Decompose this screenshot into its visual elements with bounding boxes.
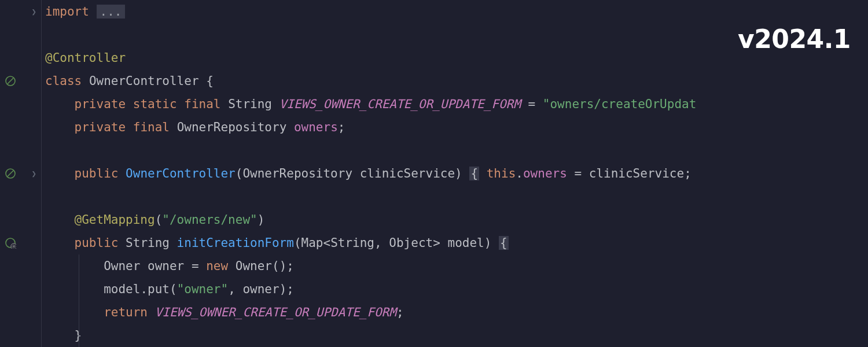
- paren-close: ): [484, 236, 492, 250]
- code-content[interactable]: import ... @Controller class OwnerContro…: [42, 0, 868, 347]
- var-model: model: [104, 282, 140, 296]
- type-ownerrepo: OwnerRepository: [177, 120, 287, 134]
- annotation-getmapping: @GetMapping: [75, 213, 155, 227]
- gutter-line: [0, 23, 41, 46]
- code-line[interactable]: public String initCreationForm(Map<Strin…: [45, 231, 868, 254]
- param-clinic: clinicService: [589, 167, 684, 180]
- code-line[interactable]: public OwnerController(OwnerRepository c…: [45, 162, 868, 185]
- code-line[interactable]: private static final String VIEWS_OWNER_…: [45, 93, 868, 116]
- type-owner: Owner: [236, 259, 272, 273]
- equals: =: [521, 97, 543, 111]
- semicolon: ;: [684, 167, 692, 180]
- code-line[interactable]: [45, 139, 868, 162]
- paren-close: ): [455, 167, 462, 180]
- code-line[interactable]: model.put("owner", owner);: [45, 278, 868, 301]
- svg-line-3: [8, 171, 13, 176]
- comma: ,: [374, 236, 389, 250]
- paren-close: ): [279, 259, 287, 273]
- green-circle-arrow-icon[interactable]: [5, 168, 16, 179]
- keyword-import: import: [45, 5, 89, 19]
- comma: ,: [228, 282, 242, 296]
- equals: =: [184, 259, 206, 273]
- gutter-line: [0, 301, 41, 324]
- code-line[interactable]: [45, 185, 868, 208]
- lt: <: [323, 236, 331, 250]
- paren-close: ): [258, 213, 265, 227]
- paren-open: (: [236, 167, 243, 180]
- gutter-line: [0, 46, 41, 69]
- keyword-private: private: [75, 120, 126, 134]
- equals: =: [567, 167, 589, 180]
- type-map: Map: [301, 236, 323, 250]
- gutter-line: [0, 185, 41, 208]
- folded-brace-open[interactable]: {: [469, 167, 479, 180]
- code-line[interactable]: }: [45, 324, 868, 347]
- method-put: put: [148, 282, 170, 296]
- dot: .: [140, 282, 148, 296]
- method-name: initCreationForm: [177, 236, 294, 250]
- code-editor[interactable]: ❯ ❯ import ... @Controller class OwnerCo…: [0, 0, 868, 347]
- code-line[interactable]: @GetMapping("/owners/new"): [45, 208, 868, 231]
- gt: >: [433, 236, 440, 250]
- gutter-line: [0, 231, 41, 254]
- class-name: OwnerController: [89, 74, 199, 88]
- string-literal: "/owners/new": [162, 213, 257, 227]
- fold-arrow-icon[interactable]: ❯: [32, 7, 36, 16]
- gutter-line: [0, 69, 41, 93]
- keyword-private: private: [75, 97, 126, 111]
- gutter-line: [0, 208, 41, 231]
- keyword-class: class: [45, 74, 82, 88]
- semicolon: ;: [286, 259, 294, 273]
- keyword-public: public: [75, 167, 119, 180]
- code-line[interactable]: private final OwnerRepository owners;: [45, 116, 868, 139]
- code-line[interactable]: @Controller: [45, 46, 868, 69]
- paren-open: (: [294, 236, 301, 250]
- editor-gutter: ❯ ❯: [0, 0, 42, 347]
- code-line[interactable]: Owner owner = new Owner();: [45, 254, 868, 278]
- type-string: String: [126, 236, 170, 250]
- type-object: Object: [389, 236, 433, 250]
- green-circle-icon[interactable]: [5, 75, 16, 87]
- keyword-this: this: [487, 167, 516, 180]
- constant-name: VIEWS_OWNER_CREATE_OR_UPDATE_FORM: [279, 97, 521, 111]
- var-owner: owner: [242, 282, 279, 296]
- string-literal: "owner": [177, 282, 229, 296]
- keyword-static: static: [133, 97, 177, 111]
- keyword-new: new: [206, 259, 228, 273]
- field-owners: owners: [523, 167, 567, 180]
- type-ownerrepo: OwnerRepository: [242, 167, 352, 180]
- keyword-return: return: [104, 305, 148, 319]
- constructor-name: OwnerController: [126, 167, 236, 180]
- var-owner: owner: [148, 259, 184, 273]
- semicolon: ;: [338, 120, 345, 134]
- gutter-line: [0, 254, 41, 278]
- dot: .: [516, 167, 523, 180]
- paren-close: ): [279, 282, 287, 296]
- code-line[interactable]: import ...: [45, 0, 868, 23]
- param-clinic: clinicService: [360, 167, 455, 180]
- folded-region[interactable]: ...: [97, 5, 126, 19]
- gutter-line: [0, 93, 41, 116]
- fold-arrow-icon[interactable]: ❯: [32, 169, 36, 178]
- semicolon: ;: [396, 305, 404, 319]
- field-owners: owners: [294, 120, 338, 134]
- keyword-final: final: [133, 120, 170, 134]
- code-line[interactable]: class OwnerController {: [45, 69, 868, 93]
- gutter-line: ❯: [0, 162, 41, 185]
- code-line[interactable]: return VIEWS_OWNER_CREATE_OR_UPDATE_FORM…: [45, 301, 868, 324]
- type-owner: Owner: [104, 259, 140, 273]
- paren-open: (: [155, 213, 163, 227]
- annotation-controller: @Controller: [45, 51, 126, 65]
- type-string: String: [228, 97, 272, 111]
- keyword-public: public: [75, 236, 119, 250]
- gutter-line: ❯: [0, 0, 41, 23]
- keyword-final: final: [184, 97, 220, 111]
- web-circle-icon[interactable]: [5, 237, 16, 249]
- gutter-line: [0, 278, 41, 301]
- brace-open-hl: {: [499, 236, 509, 250]
- brace-close: }: [75, 328, 82, 342]
- code-line[interactable]: [45, 23, 868, 46]
- brace-open: {: [206, 74, 214, 88]
- type-string: String: [330, 236, 374, 250]
- paren-open: (: [170, 282, 177, 296]
